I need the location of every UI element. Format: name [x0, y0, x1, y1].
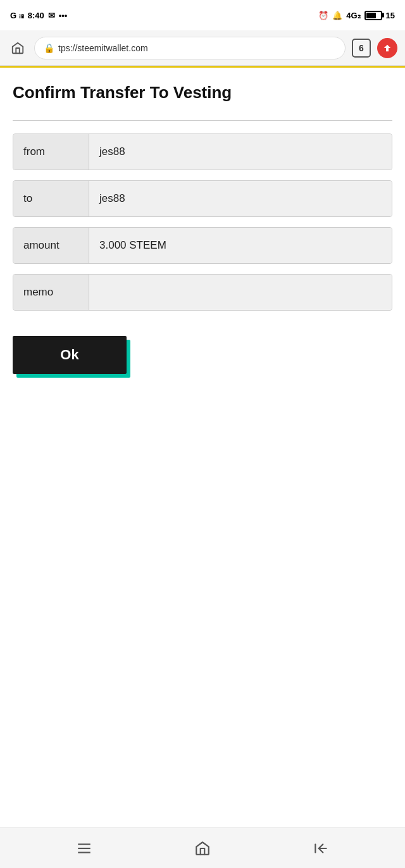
network-type: 4G₂ — [346, 11, 360, 20]
browser-home-button[interactable] — [8, 38, 28, 58]
upload-button[interactable] — [377, 38, 397, 58]
status-bar: G ᵢₗᵢₗ 8:40 ✉ ••• ⏰ 🔔 4G₂ 15 — [0, 0, 405, 30]
url-text: tps://steemitwallet.com — [58, 43, 148, 53]
memo-row: memo — [13, 274, 392, 311]
from-row: from jes88 — [13, 133, 392, 170]
dots-icon: ••• — [59, 11, 68, 20]
to-row: to jes88 — [13, 180, 392, 217]
tab-count-button[interactable]: 6 — [352, 39, 371, 58]
bell-icon: 🔔 — [332, 11, 342, 20]
from-label: from — [13, 134, 89, 170]
memo-value — [89, 275, 392, 310]
address-bar[interactable]: 🔒 tps://steemitwallet.com — [34, 37, 346, 59]
from-value: jes88 — [89, 134, 392, 170]
bottom-nav — [0, 828, 405, 868]
battery-icon — [364, 11, 382, 20]
battery-level: 15 — [386, 11, 395, 20]
email-icon: ✉ — [48, 11, 55, 20]
battery-fill — [366, 13, 376, 18]
amount-row: amount 3.000 STEEM — [13, 227, 392, 264]
amount-value: 3.000 STEEM — [89, 228, 392, 263]
to-value: jes88 — [89, 181, 392, 216]
page-title: Confirm Transfer To Vesting — [13, 83, 392, 102]
amount-label: amount — [13, 228, 89, 263]
nav-home-button[interactable] — [190, 836, 215, 861]
divider — [13, 120, 392, 121]
to-label: to — [13, 181, 89, 216]
lock-icon: 🔒 — [44, 43, 54, 53]
ok-button-wrapper: Ok — [13, 336, 127, 374]
nav-menu-button[interactable] — [72, 836, 97, 861]
ok-button[interactable]: Ok — [13, 336, 127, 374]
signal-icon: G ᵢₗᵢₗ — [10, 11, 24, 20]
memo-label: memo — [13, 275, 89, 310]
page-content: Confirm Transfer To Vesting from jes88 t… — [0, 66, 405, 828]
nav-back-button[interactable] — [308, 836, 333, 861]
status-left: G ᵢₗᵢₗ 8:40 ✉ ••• — [10, 11, 67, 20]
browser-bar: 🔒 tps://steemitwallet.com 6 — [0, 30, 405, 66]
status-time: 8:40 — [28, 11, 44, 20]
alarm-icon: ⏰ — [318, 11, 328, 20]
status-right: ⏰ 🔔 4G₂ 15 — [318, 11, 395, 20]
